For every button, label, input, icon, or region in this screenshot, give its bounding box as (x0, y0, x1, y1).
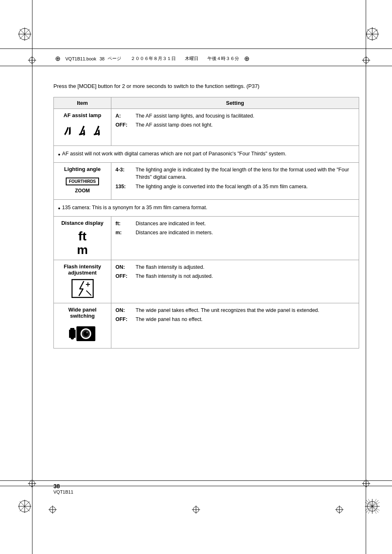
svg-rect-24 (70, 328, 74, 331)
svg-point-25 (71, 336, 74, 339)
page: ⊕ VQT1B11.book 38 ページ ２００６年８月３１日 木曜日 午後４… (0, 0, 392, 554)
setting-key: OFF: (115, 272, 134, 280)
header-date: ２００６年８月３１日 (131, 55, 176, 62)
item-cell-af: AF assist lamp ﾊ ﾑ ﾑ (54, 108, 111, 145)
setting-cell-lighting: 4-3: The lighting angle is indicated by … (111, 162, 359, 199)
item-name-af: AF assist lamp (58, 112, 107, 118)
crosshair-bl-inner (48, 506, 57, 515)
setting-val: The lighting angle is indicated by the f… (136, 166, 355, 182)
setting-cell-af: A: The AF assist lamp lights, and focusi… (111, 108, 359, 145)
top-border-line (0, 48, 392, 49)
setting-key: OFF: (115, 121, 134, 129)
header-time: 午後４時３６分 (208, 55, 239, 62)
page-number-area: 38 VQT1B11 (53, 483, 73, 494)
setting-row: 4-3: The lighting angle is indicated by … (115, 166, 355, 182)
crosshair-bottom-left (28, 480, 36, 489)
flash-icon-area (58, 279, 107, 300)
item-name-distance: Distance display (58, 220, 107, 226)
af-lamp-icon: ﾊ ﾑ ﾑ (63, 124, 102, 139)
setting-val: The AF assist lamp does not light. (136, 121, 355, 129)
setting-row: 135: The lighting angle is converted int… (115, 183, 355, 191)
header-spacer2 (179, 56, 182, 61)
note-text-af: AF assist will not work with digital cam… (62, 151, 286, 157)
col-item-header: Item (54, 97, 111, 108)
main-content: Press the [MODE] button for 2 or more se… (53, 82, 359, 472)
setting-val: Distances are indicated in meters. (136, 229, 355, 237)
crosshair-bottom-right (362, 480, 370, 489)
setting-val: The AF assist lamp lights, and focusing … (136, 112, 355, 120)
setting-row: ft: Distances are indicated in feet. (115, 220, 355, 228)
ft-m-icon: ftm (77, 229, 88, 256)
item-name-flash: Flash intensityadjustment (58, 263, 107, 276)
item-name-wide: Wide panelswitching (58, 307, 107, 319)
table-row-note: 135 camera: This is a synonym for a 35 m… (54, 199, 359, 216)
af-icon-area: ﾊ ﾑ ﾑ (58, 122, 107, 142)
header-spacer (125, 56, 127, 61)
setting-val: Distances are indicated in feet. (136, 220, 355, 228)
svg-line-22 (86, 291, 91, 295)
wide-icon-area (58, 322, 107, 345)
crosshair-top-left (28, 56, 36, 66)
col-setting-header: Setting (111, 97, 359, 108)
crosshair-top-right (362, 56, 370, 66)
setting-key: 135: (115, 183, 134, 191)
vert-reg-right (366, 0, 366, 554)
setting-val: The lighting angle is converted into the… (136, 183, 355, 191)
item-name-lighting: Lighting angle (58, 166, 107, 172)
item-cell-flash: Flash intensityadjustment (54, 260, 111, 303)
setting-key: ft: (115, 220, 134, 228)
note-cell-af: AF assist will not work with digital cam… (54, 145, 359, 162)
setting-cell-flash: ON: The flash intensity is adjusted. OFF… (111, 260, 359, 303)
item-cell-wide: Wide panelswitching (54, 303, 111, 348)
header-spacer3 (202, 56, 204, 61)
bullet-note-af: AF assist will not work with digital cam… (58, 151, 355, 157)
table-row: Wide panelswitching (54, 303, 359, 348)
setting-key: ON: (115, 307, 134, 314)
header-book-ref: VQT1B11.book (65, 56, 96, 61)
setting-key: A: (115, 112, 134, 120)
bullet-note-lighting: 135 camera: This is a synonym for a 35 m… (58, 205, 355, 210)
table-row: Flash intensityadjustment (54, 260, 359, 303)
table-row: AF assist lamp ﾊ ﾑ ﾑ A: The AF assist la… (54, 108, 359, 145)
setting-cell-wide: ON: The wide panel takes effect. The uni… (111, 303, 359, 348)
vert-reg-left (32, 0, 32, 554)
setting-row: ON: The wide panel takes effect. The uni… (115, 307, 355, 314)
distance-icon-area: ftm (58, 229, 107, 256)
setting-key: m: (115, 229, 134, 237)
setting-key: OFF: (115, 316, 134, 323)
header-area: ⊕ VQT1B11.book 38 ページ ２００６年８月３１日 木曜日 午後４… (53, 51, 359, 66)
fourthirds-icon: FOURTHIRDS (66, 178, 99, 185)
header-page-num: 38 (99, 56, 104, 61)
crosshair-bottom-center (192, 506, 200, 515)
top-border-line2 (0, 66, 392, 66)
table-row-note: AF assist will not work with digital cam… (54, 145, 359, 162)
setting-row: A: The AF assist lamp lights, and focusi… (115, 112, 355, 120)
setting-val: The flash intensity is adjusted. (136, 263, 355, 271)
bottom-border-line (0, 480, 392, 481)
table-row: Distance display ftm ft: Distances are i… (54, 216, 359, 260)
header-page-label: ページ (108, 55, 121, 62)
header-day: 木曜日 (185, 55, 198, 62)
setting-row: m: Distances are indicated in meters. (115, 229, 355, 237)
settings-table: Item Setting AF assist lamp ﾊ ﾑ ﾑ A: (53, 97, 359, 349)
corner-reg-br (365, 499, 380, 515)
item-cell-distance: Distance display ftm (54, 216, 111, 260)
corner-reg-tr (365, 27, 380, 43)
page-code: VQT1B11 (53, 489, 73, 494)
corner-reg-bl (17, 499, 32, 515)
page-number: 38 (53, 483, 73, 489)
header-crosshair-left: ⊕ (55, 55, 60, 62)
wide-panel-svg-icon (68, 322, 97, 345)
item-cell-lighting: Lighting angle FOURTHIRDS ZOOM (54, 162, 111, 199)
lighting-icon-area: FOURTHIRDS ZOOM (58, 175, 107, 196)
intro-text: Press the [MODE] button for 2 or more se… (53, 82, 359, 90)
setting-val: The flash intensity is not adjusted. (136, 272, 355, 280)
crosshair-br-inner (335, 506, 344, 515)
zoom-label: ZOOM (75, 188, 90, 194)
setting-row: OFF: The wide panel has no effect. (115, 316, 355, 323)
setting-row: ON: The flash intensity is adjusted. (115, 263, 355, 271)
setting-val: The wide panel has no effect. (136, 316, 355, 323)
note-cell-lighting: 135 camera: This is a synonym for a 35 m… (54, 199, 359, 216)
svg-point-30 (86, 332, 88, 333)
corner-reg-tl (17, 27, 32, 43)
